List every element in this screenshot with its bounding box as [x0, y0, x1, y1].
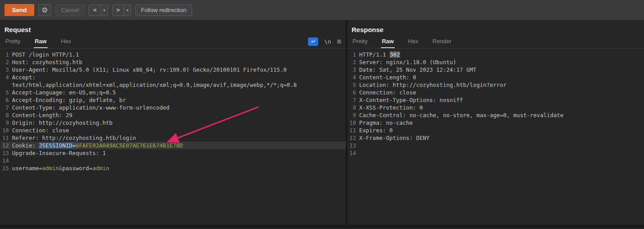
editor-line: 3User-Agent: Mozilla/5.0 (X11; Linux x86… [1, 66, 346, 74]
editor-line: 7Content-Type: application/x-www-form-ur… [1, 104, 346, 111]
burp-repeater-window: Send ⚙ Cancel < ▾ > ▾ Follow redirection… [0, 0, 644, 228]
line-number: 14 [348, 149, 356, 157]
editor-line: 11Expires: 0 [348, 127, 644, 134]
follow-redirection-button[interactable]: Follow redirection [135, 4, 192, 16]
editor-line: 6Accept-Encoding: gzip, deflate, br [1, 96, 346, 104]
forward-split-button: > ▾ [112, 4, 131, 16]
editor-line: 5Location: http://cozyhosting.htb/login?… [348, 81, 644, 89]
back-split-button: < ▾ [89, 4, 108, 16]
line-number: 7 [348, 96, 356, 104]
forward-button[interactable]: > [112, 4, 125, 16]
cancel-button[interactable]: Cancel [55, 4, 85, 16]
line-number: 3 [1, 66, 9, 74]
line-number: 4 [1, 74, 9, 81]
line-number: 5 [348, 81, 356, 89]
settings-button[interactable]: ⚙ [38, 4, 51, 16]
response-tab-hex[interactable]: Hex [407, 35, 419, 48]
line-number: 4 [348, 74, 356, 81]
line-number: 9 [1, 119, 9, 127]
line-number: 2 [348, 58, 356, 66]
line-number: 11 [1, 134, 9, 142]
request-tab-raw[interactable]: Raw [34, 35, 48, 48]
editor-line: 15username=admin&password=admin [1, 164, 346, 172]
line-number: 12 [348, 134, 356, 142]
line-number: 9 [348, 111, 356, 119]
request-tab-pretty[interactable]: Pretty [4, 35, 21, 48]
line-number: 5 [1, 89, 9, 96]
editor-line: 7X-Content-Type-Options: nosniff [348, 96, 644, 104]
line-number: 6 [348, 89, 356, 96]
editor-menu-icon[interactable]: ≡ [337, 38, 341, 45]
line-number: 8 [348, 104, 356, 111]
editor-line: text/html,application/xhtml+xml,applicat… [1, 81, 346, 89]
line-number: 2 [1, 58, 9, 66]
line-number: 13 [1, 149, 9, 157]
response-panel-title: Response [347, 21, 644, 35]
request-editor[interactable]: 1POST /login HTTP/1.12Host: cozyhosting.… [0, 49, 346, 225]
editor-line: 5Accept-Language: en-US,en;q=0.5 [1, 89, 346, 96]
line-number: 12 [1, 142, 9, 149]
back-button[interactable]: < [89, 4, 101, 16]
editor-line: 10Connection: close [1, 127, 346, 134]
editor-line: 2Server: nginx/1.18.0 (Ubuntu) [348, 58, 644, 66]
request-tab-hex[interactable]: Hex [60, 35, 72, 48]
show-newlines-icon[interactable]: \n [324, 38, 331, 45]
window-bottom-edge [0, 225, 644, 228]
send-button[interactable]: Send [4, 4, 34, 16]
editor-line: 12Cookie: JSESSIONID=6FAFE02A049AC5E07AE… [1, 142, 346, 149]
line-number: 11 [348, 127, 356, 134]
editor-line: 1HTTP/1.1 302 [348, 51, 644, 58]
editor-line: 10Pragma: no-cache [348, 119, 644, 127]
editor-line: 12X-Frame-Options: DENY [348, 134, 644, 142]
response-tabbar: PrettyRawHexRender [347, 35, 644, 49]
editor-line: 14 [1, 157, 346, 164]
line-number: 14 [1, 157, 9, 164]
editor-line: 2Host: cozyhosting.htb [1, 58, 346, 66]
response-editor[interactable]: 1HTTP/1.1 3022Server: nginx/1.18.0 (Ubun… [347, 49, 644, 225]
request-tabs: PrettyRawHex [4, 35, 72, 48]
line-number: 8 [1, 111, 9, 119]
line-number: 15 [1, 164, 9, 172]
editor-line: 11Referer: http://cozyhosting.htb/login [1, 134, 346, 142]
back-dropdown-button[interactable]: ▾ [101, 4, 108, 16]
soft-wrap-icon[interactable]: ↵ [308, 37, 318, 46]
request-editor-icons: ↵ \n ≡ [308, 37, 341, 46]
response-tab-render[interactable]: Render [432, 35, 453, 48]
chevron-down-icon: ▾ [126, 8, 129, 12]
line-number: 1 [348, 51, 356, 58]
request-panel: Request PrettyRawHex ↵ \n ≡ 1POST /login… [0, 21, 346, 225]
line-number: 7 [1, 104, 9, 111]
line-number: 1 [1, 51, 9, 58]
editor-line: 3Date: Sat, 25 Nov 2023 12:24:17 GMT [348, 66, 644, 74]
editor-line: 4Accept: [1, 74, 346, 81]
request-tabbar: PrettyRawHex ↵ \n ≡ [0, 35, 346, 49]
gear-icon: ⚙ [41, 6, 48, 14]
line-number: 6 [1, 96, 9, 104]
editor-line: 9Cache-Control: no-cache, no-store, max-… [348, 111, 644, 119]
response-tab-raw[interactable]: Raw [381, 35, 395, 48]
response-panel: Response PrettyRawHexRender 1HTTP/1.1 30… [347, 21, 644, 225]
editor-line: 6Connection: close [348, 89, 644, 96]
request-panel-title: Request [0, 21, 346, 35]
line-number: 13 [348, 142, 356, 149]
line-number: 3 [348, 66, 356, 74]
editor-line: 9Origin: http://cozyhosting.htb [1, 119, 346, 127]
editor-line: 13Upgrade-Insecure-Requests: 1 [1, 149, 346, 157]
forward-dropdown-button[interactable]: ▾ [124, 4, 131, 16]
chevron-down-icon: ▾ [103, 8, 105, 12]
editor-line: 13 [348, 142, 644, 149]
editor-line: 4Content-Length: 0 [348, 74, 644, 81]
editor-line: 1POST /login HTTP/1.1 [1, 51, 346, 58]
editor-line: 8Content-Length: 29 [1, 111, 346, 119]
response-tabs: PrettyRawHexRender [352, 35, 452, 48]
response-tab-pretty[interactable]: Pretty [352, 35, 369, 48]
line-number: 10 [348, 119, 356, 127]
editor-line: 14 [348, 149, 644, 157]
message-panels: Request PrettyRawHex ↵ \n ≡ 1POST /login… [0, 21, 644, 225]
editor-line: 8X-XSS-Protection: 0 [348, 104, 644, 111]
line-number: 10 [1, 127, 9, 134]
repeater-toolbar: Send ⚙ Cancel < ▾ > ▾ Follow redirection [0, 0, 644, 21]
